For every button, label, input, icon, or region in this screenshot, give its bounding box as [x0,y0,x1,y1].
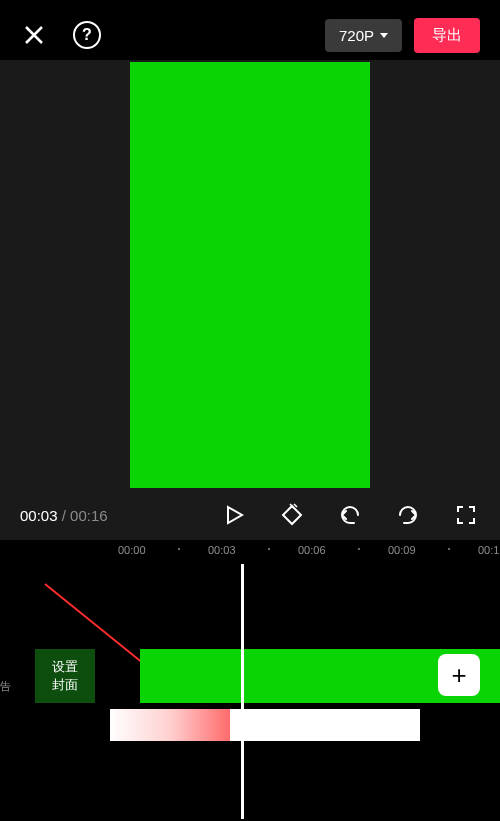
play-icon [222,503,246,527]
play-button[interactable] [220,501,248,529]
close-icon [22,23,46,47]
ruler-dot [268,548,270,550]
diamond-icon [280,503,304,527]
cover-label-line2: 封面 [52,676,78,694]
export-label: 导出 [432,26,462,43]
set-cover-button[interactable]: 设置 封面 [35,649,95,703]
ruler-mark: 00:03 [208,544,236,556]
fullscreen-button[interactable] [452,501,480,529]
keyframe-button[interactable] [278,501,306,529]
chevron-down-icon [380,33,388,38]
side-label: 告 [0,679,10,694]
ruler-mark: 00:1 [478,544,499,556]
time-display: 00:03 / 00:16 [20,507,108,524]
redo-icon [396,503,420,527]
redo-button[interactable] [394,501,422,529]
video-preview-area [0,60,500,490]
audio-clip-segment[interactable] [242,709,420,741]
total-time: 00:16 [70,507,108,524]
ruler-dot [358,548,360,550]
resolution-label: 720P [339,27,374,44]
fullscreen-icon [454,503,478,527]
close-button[interactable] [20,21,48,49]
add-clip-button[interactable]: + [438,654,480,696]
audio-clip-segment[interactable] [110,709,230,741]
audio-track[interactable] [110,709,420,741]
timeline-area[interactable]: 告 设置 封面 + [0,564,500,819]
help-icon: ? [82,26,92,44]
undo-button[interactable] [336,501,364,529]
ruler-mark: 00:09 [388,544,416,556]
ruler-mark: 00:06 [298,544,326,556]
playhead[interactable] [241,564,244,819]
current-time: 00:03 [20,507,58,524]
ruler-dot [448,548,450,550]
ruler-mark: 00:00 [118,544,146,556]
cover-label-line1: 设置 [52,658,78,676]
time-separator: / [58,507,71,524]
ruler-dot [178,548,180,550]
timeline-ruler[interactable]: 00:00 00:03 00:06 00:09 00:1 [0,540,500,564]
undo-icon [338,503,362,527]
help-button[interactable]: ? [73,21,101,49]
video-preview-frame[interactable] [130,62,370,488]
plus-icon: + [451,660,466,691]
resolution-selector[interactable]: 720P [325,19,402,52]
export-button[interactable]: 导出 [414,18,480,53]
